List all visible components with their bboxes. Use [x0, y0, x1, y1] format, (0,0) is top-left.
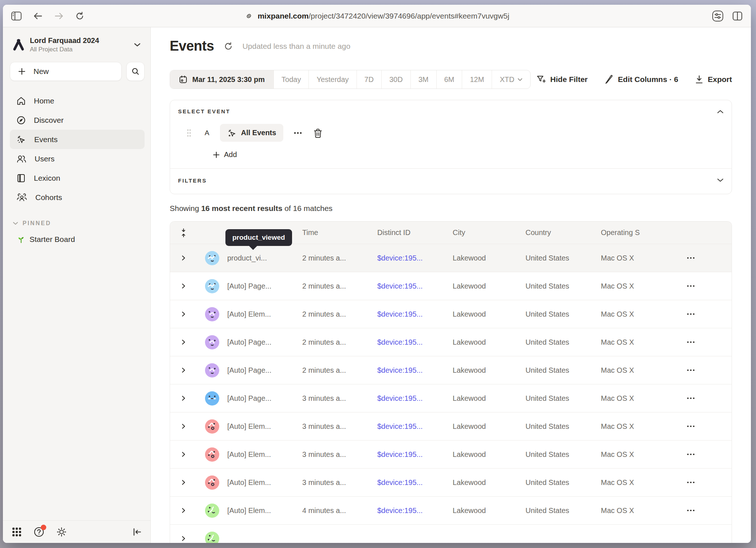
row-menu-icon[interactable]: [682, 369, 732, 371]
back-icon[interactable]: [33, 12, 43, 20]
sidebar-toggle-icon[interactable]: [11, 11, 22, 21]
project-switcher[interactable]: Lord Farquaad 2024 All Project Data: [10, 36, 145, 53]
expand-row-icon[interactable]: [170, 536, 197, 541]
expand-row-icon[interactable]: [170, 367, 197, 373]
sidebar-item-events[interactable]: Events: [10, 130, 145, 149]
row-menu-icon[interactable]: [682, 481, 732, 484]
table-row[interactable]: [Auto] Elem... 3 minutes a... $device:19…: [170, 440, 732, 468]
preset-3m[interactable]: 3M: [411, 70, 437, 89]
refresh-icon[interactable]: [224, 42, 233, 51]
sidebar-item-lexicon[interactable]: Lexicon: [10, 168, 145, 188]
row-menu-icon[interactable]: [682, 257, 732, 259]
distinct-id-link[interactable]: $device:195...: [377, 506, 453, 515]
distinct-id-link[interactable]: $device:195...: [377, 366, 453, 375]
table-row[interactable]: [Auto] Elem... 2 minutes a... $device:19…: [170, 300, 732, 328]
more-options-icon[interactable]: [294, 132, 302, 134]
forward-icon[interactable]: [54, 12, 64, 20]
page-settings-icon[interactable]: [712, 10, 724, 22]
event-avatar: [205, 419, 219, 434]
search-button[interactable]: [126, 62, 145, 81]
event-selector-pill[interactable]: All Events: [220, 124, 284, 142]
os: Mac OS X: [601, 478, 682, 487]
preset-xtd-dropdown[interactable]: XTD: [492, 70, 530, 89]
sidebar-item-starter-board[interactable]: Starter Board: [10, 235, 145, 244]
os: Mac OS X: [601, 254, 682, 262]
date-picker[interactable]: Mar 11, 2025 3:30 pm: [170, 70, 274, 89]
table-row[interactable]: [Auto] Page... 2 minutes a... $device:19…: [170, 356, 732, 384]
preset-yesterday[interactable]: Yesterday: [309, 70, 357, 89]
preset-today[interactable]: Today: [274, 70, 309, 89]
row-menu-icon[interactable]: [682, 341, 732, 343]
os: Mac OS X: [601, 310, 682, 318]
distinct-id-link[interactable]: $device:195...: [377, 282, 453, 290]
expand-row-icon[interactable]: [170, 451, 197, 457]
column-header-distinct-id[interactable]: Distinct ID: [377, 228, 453, 237]
collapse-sidebar-icon[interactable]: [132, 528, 142, 536]
distinct-id-link[interactable]: $device:195...: [377, 338, 453, 347]
pinned-section-toggle[interactable]: PINNED: [10, 220, 145, 227]
chevron-down-icon[interactable]: [717, 178, 724, 182]
sidebar-item-users[interactable]: Users: [10, 149, 145, 168]
expand-row-icon[interactable]: [170, 508, 197, 513]
url-bar[interactable]: mixpanel.com/project/3472420/view/397469…: [244, 12, 509, 20]
distinct-id-link[interactable]: $device:195...: [377, 478, 453, 487]
row-menu-icon[interactable]: [682, 313, 732, 315]
event-avatar: [205, 251, 219, 265]
column-header-time[interactable]: Time: [302, 228, 377, 237]
drag-handle-icon[interactable]: [187, 129, 191, 137]
distinct-id-link[interactable]: $device:195...: [377, 422, 453, 431]
column-header-os[interactable]: Operating S: [601, 228, 682, 237]
hide-filter-button[interactable]: Hide Filter: [536, 75, 588, 84]
reload-icon[interactable]: [75, 11, 84, 21]
distinct-id-link[interactable]: $device:195...: [377, 394, 453, 403]
expand-row-icon[interactable]: [170, 339, 197, 345]
city: Lakewood: [453, 506, 525, 515]
expand-row-icon[interactable]: [170, 395, 197, 401]
trash-icon[interactable]: [313, 128, 323, 138]
preset-6m[interactable]: 6M: [437, 70, 462, 89]
row-menu-icon[interactable]: [682, 397, 732, 399]
sidebar-item-discover[interactable]: Discover: [10, 110, 145, 130]
sidebar-item-cohorts[interactable]: Cohorts: [10, 188, 145, 207]
export-button[interactable]: Export: [695, 75, 732, 84]
preset-30d[interactable]: 30D: [382, 70, 411, 89]
table-row[interactable]: [Auto] Elem... 4 minutes a... $device:19…: [170, 496, 732, 524]
table-row[interactable]: [Auto] Page... 2 minutes a... $device:19…: [170, 272, 732, 300]
distinct-id-link[interactable]: $device:195...: [377, 450, 453, 459]
table-row[interactable]: [Auto] Elem... 3 minutes a... $device:19…: [170, 412, 732, 440]
settings-gear-icon[interactable]: [56, 527, 67, 537]
expand-row-icon[interactable]: [170, 283, 197, 289]
column-header-city[interactable]: City: [453, 228, 525, 237]
preset-7d[interactable]: 7D: [357, 70, 382, 89]
event-avatar: [205, 307, 219, 321]
row-menu-icon[interactable]: [682, 509, 732, 512]
table-row[interactable]: [170, 524, 732, 543]
sidebar-item-home[interactable]: Home: [10, 91, 145, 110]
filters-label: FILTERS: [178, 177, 723, 184]
table-row[interactable]: [Auto] Page... 2 minutes a... $device:19…: [170, 328, 732, 356]
desktop-background: mixpanel.com/project/3472420/view/397469…: [0, 0, 756, 548]
add-event-button[interactable]: Add: [213, 150, 253, 159]
expand-row-icon[interactable]: [170, 255, 197, 261]
expand-row-icon[interactable]: [170, 480, 197, 485]
url-domain: mixpanel.com: [257, 12, 308, 20]
os: Mac OS X: [601, 450, 682, 459]
expand-row-icon[interactable]: [170, 423, 197, 429]
row-menu-icon[interactable]: [682, 285, 732, 287]
apps-grid-icon[interactable]: [12, 527, 22, 537]
table-row[interactable]: [Auto] Elem... 3 minutes a... $device:19…: [170, 468, 732, 496]
distinct-id-link[interactable]: $device:195...: [377, 254, 453, 262]
column-header-country[interactable]: Country: [525, 228, 601, 237]
expand-row-icon[interactable]: [170, 311, 197, 317]
edit-columns-button[interactable]: Edit Columns · 6: [605, 75, 678, 84]
split-view-icon[interactable]: [732, 11, 743, 21]
collapse-all-rows-icon[interactable]: [170, 228, 197, 238]
distinct-id-link[interactable]: $device:195...: [377, 310, 453, 318]
chevron-up-icon[interactable]: [717, 110, 724, 114]
table-row[interactable]: [Auto] Page... 3 minutes a... $device:19…: [170, 384, 732, 412]
row-menu-icon[interactable]: [682, 453, 732, 455]
new-button[interactable]: New: [10, 62, 122, 81]
help-icon[interactable]: [34, 527, 44, 537]
preset-12m[interactable]: 12M: [462, 70, 492, 89]
row-menu-icon[interactable]: [682, 425, 732, 427]
